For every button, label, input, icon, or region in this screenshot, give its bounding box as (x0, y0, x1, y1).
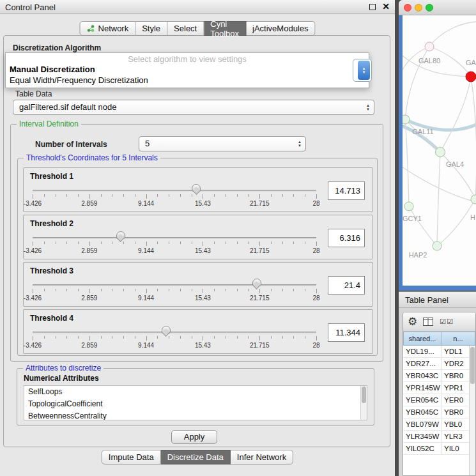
slider-scale-labels: -3.4262.8599.14415.4321.71528 (33, 342, 316, 349)
table-row[interactable]: YBR045C YBR0 (403, 406, 469, 418)
network-node[interactable] (404, 202, 413, 211)
table-cell: YBR043C (403, 370, 441, 381)
network-node[interactable] (433, 242, 441, 250)
threshold-label: Threshold 3 (30, 266, 73, 275)
apply-button[interactable]: Apply (171, 430, 217, 444)
combo-stepper-icon: ▲ ▼ (298, 137, 302, 151)
close-traffic-light-icon[interactable] (404, 4, 411, 12)
scrollbar-thumb[interactable] (470, 347, 475, 384)
node-label: GAL11 (412, 128, 433, 135)
threshold-value-field[interactable]: 21.4 (328, 276, 365, 295)
slider-track[interactable] (33, 332, 316, 334)
network-node[interactable] (436, 148, 445, 157)
scale-label: 9.144 (138, 200, 154, 207)
table-scrollbar[interactable] (469, 346, 475, 475)
tab-select[interactable]: Select (167, 21, 204, 36)
attributes-list[interactable]: SelfLoopsTopologicalCoefficientBetweenne… (24, 385, 367, 420)
threshold-value-field[interactable]: 6.316 (328, 229, 365, 247)
threshold-value-field[interactable]: 14.713 (328, 181, 365, 200)
slider-thumb[interactable] (116, 231, 125, 241)
tab-infer-network[interactable]: Infer Network (231, 450, 293, 464)
gear-icon[interactable]: ⚙ (408, 316, 417, 327)
tab-jactivemodules[interactable]: jActiveModules (246, 21, 315, 36)
tab-network[interactable]: Network (80, 21, 136, 36)
attribute-item[interactable]: SelfLoops (24, 386, 367, 398)
threshold-box: Threshold 2 -3.4262.8599.14415.4321.7152… (23, 215, 373, 259)
table-row[interactable]: YER054C YER0 (403, 394, 469, 406)
thresholds-group: Threshold's Coordinates for 5 Intervals … (17, 158, 378, 356)
table-row[interactable]: YDR27... YDR2 (403, 358, 469, 370)
columns-icon[interactable] (423, 318, 434, 326)
algorithm-combo-stepper[interactable]: ▲ ▼ (353, 59, 372, 82)
network-node-labels: GAL80 GA GAL11 GAL4 GCY1 HAP2 H (403, 57, 476, 259)
slider-thumb[interactable] (252, 279, 261, 288)
tab-cyni-toolbox[interactable]: Cyni Toolbox (204, 21, 246, 36)
table-row[interactable]: YLR345W YLR3 (403, 431, 469, 443)
scale-label: 21.715 (250, 295, 270, 302)
tab-label: jActiveModules (252, 24, 308, 33)
column-header[interactable]: shared... (403, 332, 441, 346)
table-row[interactable]: YDL19... YDL1 (403, 346, 469, 358)
table-cell: YLR345W (403, 431, 441, 442)
network-node[interactable] (403, 115, 410, 124)
control-panel-titlebar[interactable]: Control Panel ✕ (0, 0, 395, 14)
table-cell: YLR3 (441, 431, 469, 442)
scale-label: 21.715 (250, 200, 270, 207)
slider-track[interactable] (33, 284, 316, 286)
minimize-traffic-light-icon[interactable] (415, 4, 422, 12)
dropdown-option-manual[interactable]: Manual Discretization (6, 64, 369, 75)
slider-track[interactable] (33, 237, 316, 239)
select-columns-icon[interactable]: ☑☑ (440, 318, 454, 326)
scale-label: 9.144 (138, 247, 154, 254)
close-icon[interactable]: ✕ (382, 1, 390, 12)
attributes-legend: Attributes to discretize (23, 364, 104, 372)
cyni-toolbox-pane: Discretization Algorithm Table Data galF… (3, 35, 390, 447)
float-window-icon[interactable] (369, 4, 376, 10)
attribute-item[interactable]: BetweennessCentrality (24, 410, 367, 420)
dropdown-option-equal-width[interactable]: Equal Width/Frequency Discretization (6, 75, 369, 86)
tab-impute-data[interactable]: Impute Data (102, 450, 161, 464)
algorithm-section-label: Discretization Algorithm (13, 43, 101, 52)
threshold-value-field[interactable]: 11.344 (328, 323, 365, 342)
table-data-label: Table Data (15, 89, 52, 98)
attributes-scrollbar[interactable] (360, 386, 367, 420)
threshold-box: Threshold 3 -3.4262.8599.14415.4321.7152… (23, 262, 373, 307)
threshold-box: Threshold 4 -3.4262.8599.14415.4321.7152… (23, 309, 373, 354)
table-header-row: shared... n... (403, 332, 475, 346)
tab-label: Infer Network (237, 452, 286, 462)
node-label: HAP2 (409, 251, 427, 259)
scale-label: 15.43 (195, 247, 211, 254)
threshold-slider[interactable]: -3.4262.8599.14415.4321.71528 (33, 183, 316, 210)
tab-discretize-data[interactable]: Discretize Data (161, 450, 231, 464)
table-row[interactable]: YBR043C YBR0 (403, 370, 469, 382)
column-header[interactable]: n... (441, 332, 475, 346)
table-row[interactable]: YIL052C YIL0 (403, 443, 469, 455)
table-cell: YBL0 (441, 418, 469, 430)
table-cell: YPR1 (441, 382, 469, 394)
table-data-combo[interactable]: galFiltered.sif default node ▲ ▼ (13, 100, 374, 115)
network-canvas[interactable]: GAL80 GA GAL11 GAL4 GCY1 HAP2 H (403, 15, 476, 286)
tab-label: Select (174, 24, 197, 33)
network-window-titlebar[interactable] (399, 0, 476, 15)
number-of-intervals-combo[interactable]: 5 ▲ ▼ (139, 136, 306, 151)
threshold-slider[interactable]: -3.4262.8599.14415.4321.71528 (33, 231, 316, 257)
zoom-traffic-light-icon[interactable] (426, 4, 433, 12)
network-node[interactable] (471, 195, 476, 204)
slider-thumb[interactable] (192, 184, 201, 194)
slider-thumb[interactable] (162, 326, 171, 335)
slider-ticks (33, 336, 316, 341)
threshold-slider[interactable]: -3.4262.8599.14415.4321.71528 (33, 325, 316, 352)
table-panel-header[interactable]: Table Panel (399, 291, 476, 308)
network-node[interactable] (425, 42, 434, 51)
node-label: GA (466, 59, 476, 66)
network-node-selected[interactable] (466, 72, 476, 82)
table-row[interactable]: YPR145W YPR1 (403, 382, 469, 394)
table-cell: YBR0 (441, 406, 469, 418)
attributes-group: Attributes to discretize Numerical Attri… (17, 368, 374, 426)
threshold-slider[interactable]: -3.4262.8599.14415.4321.71528 (33, 278, 316, 305)
tab-style[interactable]: Style (135, 21, 167, 36)
scrollbar-thumb[interactable] (362, 387, 366, 403)
slider-track[interactable] (33, 190, 316, 192)
attribute-item[interactable]: TopologicalCoefficient (24, 398, 367, 410)
table-row[interactable]: YBL079W YBL0 (403, 418, 469, 431)
